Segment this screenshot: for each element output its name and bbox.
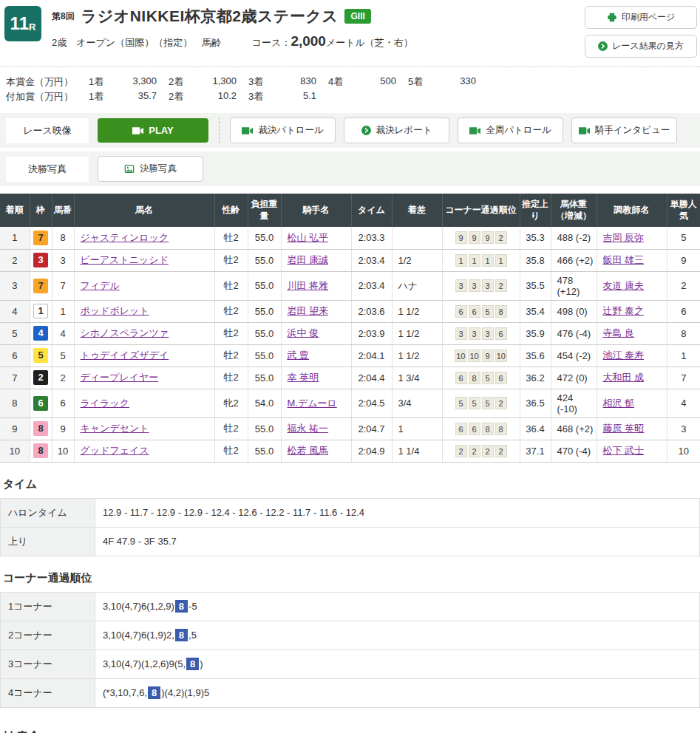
corner-order-cell: 1010910 (442, 344, 520, 366)
trainer-link[interactable]: 寺島 良 (603, 327, 635, 338)
race-video-label: レース映像 (6, 118, 89, 143)
jockey-link[interactable]: 岩田 望来 (288, 305, 329, 316)
trainer-cell: 松下 武士 (597, 440, 667, 462)
jockey-link[interactable]: 松若 風馬 (288, 445, 329, 456)
final-time: 2:04.4 (351, 366, 392, 389)
play-button[interactable]: PLAY (98, 118, 208, 143)
time-section: タイム ハロンタイム12.9 - 11.7 - 12.9 - 12.9 - 12… (0, 477, 700, 556)
horse-name-link[interactable]: トゥデイイズザデイ (81, 350, 169, 361)
margin: 1 1/4 (392, 440, 442, 462)
margin: 1 (392, 417, 442, 440)
trainer-link[interactable]: 池江 泰寿 (603, 350, 645, 361)
media-button[interactable]: 全周パトロール (458, 117, 563, 143)
horse-name-link[interactable]: シホノスペランツァ (81, 327, 169, 338)
jockey-cell: 川田 将雅 (281, 271, 351, 300)
corner-row: 2コーナー3,10(4,7)6(1,9)2,8,5 (1, 621, 700, 650)
prize-amount: 830 (275, 75, 316, 89)
horse-name-link[interactable]: ビーアストニッシド (81, 254, 169, 265)
media-button[interactable]: 騎手インタビュー (571, 117, 677, 143)
print-page-button[interactable]: 印刷用ページ (585, 6, 697, 29)
trainer-link[interactable]: 藤原 英昭 (603, 423, 645, 434)
race-header: 11R 第8回 ラジオNIKKEI杯京都2歳ステークス GIII 2歳 オープン… (0, 0, 700, 67)
win-popularity: 10 (667, 440, 700, 462)
results-guide-label: レース結果の見方 (612, 40, 684, 52)
result-row: 989キャンデセント牡255.0福永 祐一2:04.71668836.4468 … (0, 417, 700, 440)
results-table: 着順枠馬番馬名性齢負担重量騎手名タイム着差コーナー通過順位推定上り馬体重（増減）… (0, 194, 700, 463)
finish-position: 8 (0, 389, 30, 417)
margin: 1 1/2 (392, 344, 442, 366)
horse-name-link[interactable]: ポッドボレット (81, 305, 149, 316)
prize-item: 4着500 (328, 75, 408, 89)
jockey-link[interactable]: 幸 英明 (288, 372, 319, 383)
win-popularity: 6 (667, 300, 700, 322)
trainer-cell: 飯田 雄三 (597, 249, 667, 271)
jockey-link[interactable]: 松山 弘平 (288, 232, 329, 243)
corner-order-pre: (*3,10,7,6, (103, 687, 147, 698)
title-block: 第8回 ラジオNIKKEI杯京都2歳ステークス GIII 2歳 オープン（国際）… (52, 6, 585, 50)
trainer-link[interactable]: 飯田 雄三 (603, 254, 645, 265)
prize-item: 1着3,300 (89, 75, 169, 89)
trainer-link[interactable]: 相沢 郁 (603, 398, 635, 409)
horse-name-link[interactable]: グッドフェイス (81, 445, 149, 456)
race-number-badge: 11R (4, 6, 41, 41)
column-header: 枠 (30, 194, 52, 227)
media-button[interactable]: 裁決レポート (344, 117, 449, 143)
final-time: 2:03.3 (351, 227, 392, 249)
course-info: コース：2,000メートル（芝・右） (252, 37, 413, 48)
result-row: 655トゥデイイズザデイ牡255.0武 豊2:04.11 1/210109103… (0, 344, 700, 366)
jockey-link[interactable]: 岩田 康誠 (288, 254, 329, 265)
jockey-link[interactable]: M.デムーロ (288, 398, 337, 409)
bracket-cell: 7 (30, 227, 52, 249)
media-button[interactable]: 裁決パトロール (230, 117, 336, 143)
column-header: 馬名 (74, 194, 214, 227)
trainer-link[interactable]: 松下 武士 (603, 445, 645, 456)
corner-position: 2 (495, 397, 507, 409)
corner-order-post: ) (200, 658, 203, 669)
bracket-number: 5 (33, 348, 48, 363)
sex-age: 牡2 (214, 344, 248, 366)
horse-weight: 476 (-4) (551, 322, 597, 344)
horse-name-link[interactable]: ライラック (81, 398, 130, 409)
prize-place: 2着 (169, 75, 195, 89)
bracket-number: 7 (33, 231, 48, 245)
race-suffix: R (29, 21, 35, 33)
bracket-number: 1 (33, 304, 48, 318)
horse-name-link[interactable]: キャンデセント (81, 423, 149, 434)
course-suffix: メートル（芝・右） (326, 37, 413, 48)
jockey-link[interactable]: 浜中 俊 (288, 327, 319, 338)
final-time: 2:03.4 (351, 249, 392, 271)
corner-position: 1 (482, 254, 494, 267)
prize-row: 本賞金（万円）1着3,3002着1,3003着8304着5005着330 (6, 75, 694, 89)
last-3f-time: 37.1 (520, 440, 551, 462)
jockey-link[interactable]: 武 豊 (288, 350, 310, 361)
carried-weight: 55.0 (248, 344, 281, 366)
corner-position: 3 (469, 327, 480, 340)
horse-name-link[interactable]: フィデル (81, 280, 120, 291)
prize-place: 3着 (248, 75, 275, 89)
results-guide-button[interactable]: レース結果の見方 (585, 35, 697, 58)
last-3f-time: 35.6 (520, 344, 551, 366)
trainer-link[interactable]: 吉岡 辰弥 (603, 232, 645, 243)
result-row: 722ディープレイヤー牡255.0幸 英明2:04.41 3/4685636.2… (0, 366, 700, 389)
jockey-link[interactable]: 福永 祐一 (288, 423, 329, 434)
corner-row: 4コーナー(*3,10,7,6,8)(4,2)(1,9)5 (1, 678, 700, 707)
carried-weight: 55.0 (248, 440, 281, 462)
trainer-link[interactable]: 友道 康夫 (603, 280, 645, 291)
finish-position: 3 (0, 271, 30, 300)
payout-heading: 払戻金 (0, 729, 700, 733)
jockey-link[interactable]: 川田 将雅 (288, 280, 329, 291)
media-button-label: 裁決パトロール (258, 124, 324, 137)
horse-name-link[interactable]: ジャスティンロック (81, 232, 169, 243)
corner-position: 2 (482, 445, 494, 457)
corner-position: 1 (455, 254, 467, 267)
finish-photo-button[interactable]: 決勝写真 (98, 156, 203, 182)
corner-position: 1 (495, 254, 507, 267)
last-3f-time: 36.2 (520, 366, 551, 389)
margin (392, 227, 442, 249)
column-header: タイム (351, 194, 392, 227)
prize-place: 1着 (89, 75, 115, 89)
trainer-link[interactable]: 辻野 泰之 (603, 305, 645, 316)
horse-name-link[interactable]: ディープレイヤー (81, 372, 159, 383)
media-button-label: 全周パトロール (486, 124, 551, 137)
trainer-link[interactable]: 大和田 成 (603, 372, 645, 383)
